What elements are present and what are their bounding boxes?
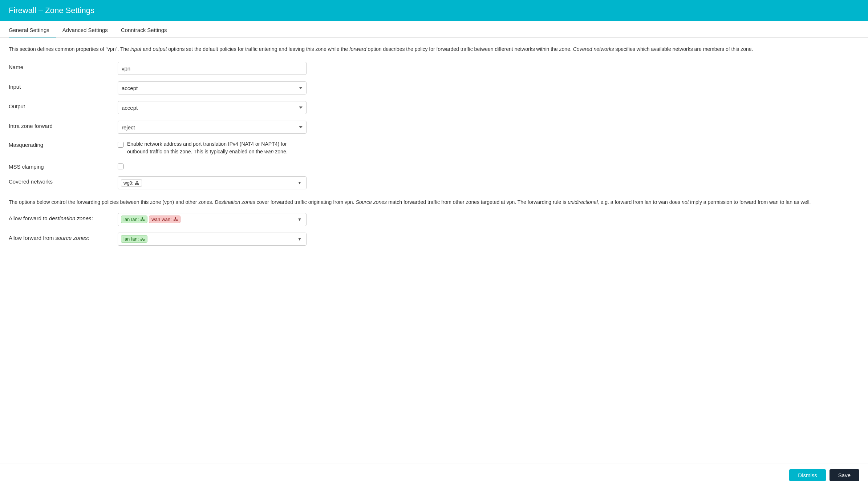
output-select[interactable]: accept reject drop xyxy=(118,101,307,114)
main-content: This section defines common properties o… xyxy=(0,38,868,281)
page-header: Firewall – Zone Settings xyxy=(0,0,868,21)
source-zones-dropdown-icon[interactable]: ▼ xyxy=(296,236,303,242)
input-select[interactable]: accept reject drop xyxy=(118,81,307,94)
dest-zones-control: lan lan: 🖧 wan wan: 🖧 ▼ xyxy=(118,213,307,226)
masquerading-label: Masquerading xyxy=(9,140,118,148)
tab-general-settings[interactable]: General Settings xyxy=(9,23,56,37)
source-zone-tag-lan: lan lan: 🖧 xyxy=(121,235,147,243)
source-zones-control: lan lan: 🖧 ▼ xyxy=(118,233,307,246)
name-input[interactable] xyxy=(118,62,307,75)
source-zones-label: Allow forward from source zones: xyxy=(9,233,118,241)
input-label: Input xyxy=(9,81,118,90)
source-zones-select[interactable]: lan lan: 🖧 ▼ xyxy=(118,233,307,246)
source-zones-row: Allow forward from source zones: lan lan… xyxy=(9,233,859,246)
masquerading-description: Enable network address and port translat… xyxy=(127,140,301,156)
dest-zone-tag-wan: wan wan: 🖧 xyxy=(149,216,180,223)
mss-clamping-checkbox[interactable] xyxy=(118,164,123,169)
dest-zones-label: Allow forward to destination zones: xyxy=(9,213,118,221)
covered-networks-control: wg0: 🖧 ▼ xyxy=(118,176,307,189)
intra-zone-select[interactable]: accept reject drop xyxy=(118,121,307,134)
intra-zone-label: Intra zone forward xyxy=(9,121,118,129)
name-row: Name xyxy=(9,62,859,75)
masquerading-control: Enable network address and port translat… xyxy=(118,140,301,156)
tab-conntrack-settings[interactable]: Conntrack Settings xyxy=(121,23,174,37)
output-label: Output xyxy=(9,101,118,109)
covered-networks-label: Covered networks xyxy=(9,176,118,185)
input-row: Input accept reject drop xyxy=(9,81,859,94)
intra-zone-row: Intra zone forward accept reject drop xyxy=(9,121,859,134)
dest-lan-icon: 🖧 xyxy=(140,217,145,222)
dest-lan-detail: lan: xyxy=(131,217,139,222)
zone-description: This section defines common properties o… xyxy=(9,45,859,53)
name-label: Name xyxy=(9,62,118,70)
name-control xyxy=(118,62,307,75)
tab-advanced-settings[interactable]: Advanced Settings xyxy=(62,23,114,37)
dest-zones-select[interactable]: lan lan: 🖧 wan wan: 🖧 ▼ xyxy=(118,213,307,226)
dest-zone-tag-lan: lan lan: 🖧 xyxy=(121,216,147,223)
source-lan-icon: 🖧 xyxy=(140,236,145,242)
covered-networks-select[interactable]: wg0: 🖧 ▼ xyxy=(118,176,307,189)
dest-zones-dropdown-icon[interactable]: ▼ xyxy=(296,216,303,223)
dest-lan-label: lan xyxy=(123,217,130,222)
covered-tag-label: wg0: xyxy=(123,180,133,186)
masquerading-row: Masquerading Enable network address and … xyxy=(9,140,859,156)
dest-zones-row: Allow forward to destination zones: lan … xyxy=(9,213,859,226)
source-lan-label: lan xyxy=(123,236,130,242)
tab-bar: General Settings Advanced Settings Connt… xyxy=(0,23,868,38)
source-lan-detail: lan: xyxy=(131,236,139,242)
output-control: accept reject drop xyxy=(118,101,307,114)
dest-wan-detail: wan: xyxy=(162,217,171,222)
page-title: Firewall – Zone Settings xyxy=(9,6,859,15)
covered-tag-icon: 🖧 xyxy=(135,180,139,186)
covered-networks-row: Covered networks wg0: 🖧 ▼ xyxy=(9,176,859,189)
dest-wan-label: wan xyxy=(151,217,160,222)
forwarding-description: The options below control the forwarding… xyxy=(9,198,859,206)
covered-networks-dropdown-icon[interactable]: ▼ xyxy=(296,180,303,186)
mss-clamping-control xyxy=(118,162,123,169)
masquerading-checkbox[interactable] xyxy=(118,142,123,148)
mss-clamping-label: MSS clamping xyxy=(9,162,118,170)
input-control: accept reject drop xyxy=(118,81,307,94)
dest-wan-icon: 🖧 xyxy=(173,217,178,222)
mss-clamping-row: MSS clamping xyxy=(9,162,859,170)
intra-zone-control: accept reject drop xyxy=(118,121,307,134)
output-row: Output accept reject drop xyxy=(9,101,859,114)
covered-networks-tag: wg0: 🖧 xyxy=(121,179,142,187)
